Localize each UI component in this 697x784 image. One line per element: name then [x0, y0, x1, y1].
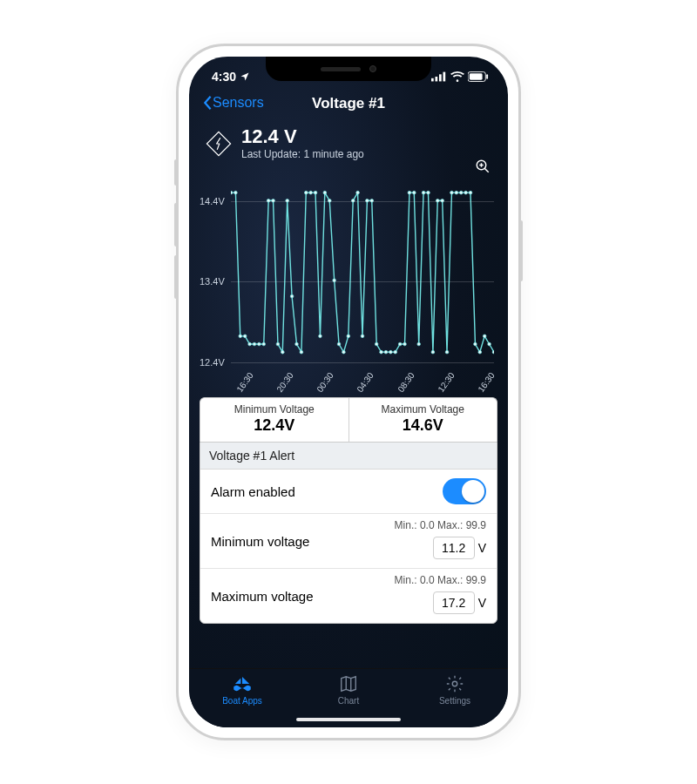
svg-point-49	[403, 342, 407, 346]
tab-boat-apps[interactable]: Boat Apps	[189, 674, 295, 727]
svg-point-51	[412, 192, 416, 195]
svg-point-54	[427, 192, 430, 195]
battery-icon	[468, 71, 489, 82]
cellular-icon	[431, 71, 447, 82]
svg-point-14	[239, 335, 242, 338]
svg-point-35	[337, 342, 341, 346]
svg-point-68	[492, 351, 494, 355]
minmax-card: Minimum Voltage 12.4V Maximum Voltage 14…	[200, 397, 497, 442]
svg-point-47	[394, 351, 397, 355]
last-update: Last Update: 1 minute ago	[241, 148, 364, 160]
nav-bar: Sensors Voltage #1	[189, 88, 508, 119]
alert-header: Voltage #1 Alert	[200, 443, 497, 470]
svg-point-15	[243, 335, 247, 338]
tab-label: Chart	[338, 696, 359, 706]
svg-point-37	[347, 335, 350, 338]
side-button	[174, 159, 178, 186]
notch	[266, 57, 431, 81]
svg-point-27	[300, 351, 303, 355]
max-voltage-cell: Maximum Voltage 14.6V	[349, 398, 497, 442]
location-icon	[240, 71, 250, 82]
svg-point-22	[276, 342, 280, 346]
side-button	[174, 255, 178, 299]
svg-point-36	[342, 351, 346, 355]
back-button[interactable]: Sensors	[201, 95, 264, 111]
svg-point-53	[422, 192, 425, 195]
current-reading: 12.4 V Last Update: 1 minute ago	[189, 119, 508, 162]
svg-point-25	[290, 294, 294, 298]
svg-point-58	[445, 351, 449, 355]
svg-point-65	[478, 351, 482, 355]
svg-point-46	[389, 351, 393, 355]
svg-point-61	[459, 192, 463, 195]
max-voltage-row: Maximum voltage Min.: 0.0 Max.: 99.9 V	[200, 569, 497, 623]
line-chart	[231, 185, 494, 360]
unit-label: V	[478, 541, 486, 555]
side-button	[519, 220, 523, 281]
gear-icon	[445, 674, 464, 693]
svg-rect-5	[470, 73, 483, 79]
min-voltage-input[interactable]	[433, 537, 475, 559]
min-voltage-value: 12.4V	[200, 416, 348, 435]
svg-rect-6	[486, 74, 488, 79]
range-hint: Min.: 0.0 Max.: 99.9	[395, 574, 486, 586]
svg-point-63	[469, 192, 472, 195]
svg-point-44	[380, 351, 383, 355]
svg-point-16	[248, 342, 252, 346]
svg-point-32	[323, 192, 327, 195]
svg-point-59	[450, 192, 454, 195]
status-time: 4:30	[212, 70, 236, 84]
wifi-icon	[450, 71, 464, 82]
tab-bar: Boat Apps Chart Settings	[189, 668, 508, 727]
chart-plot[interactable]: 14.4V13.4V12.4V	[231, 185, 494, 362]
zoom-button[interactable]	[475, 159, 491, 178]
svg-point-17	[253, 342, 256, 346]
svg-point-60	[455, 192, 458, 195]
svg-line-9	[484, 168, 489, 172]
tab-label: Settings	[439, 696, 470, 706]
max-voltage-row-label: Maximum voltage	[211, 589, 433, 604]
min-voltage-label: Minimum Voltage	[200, 403, 348, 416]
svg-point-40	[361, 335, 364, 338]
svg-point-30	[314, 192, 317, 195]
chevron-left-icon	[201, 95, 213, 111]
back-label: Sensors	[213, 95, 264, 111]
min-voltage-row: Minimum voltage Min.: 0.0 Max.: 99.9 V	[200, 514, 497, 569]
range-hint: Min.: 0.0 Max.: 99.9	[395, 519, 486, 531]
screen: 4:30 Sensors Voltage #1 12.	[189, 57, 508, 727]
chart-area: 14.4V13.4V12.4V 16:3020:3000:3004:3008:3…	[196, 164, 501, 392]
x-axis-labels: 16:3020:3000:3004:3008:3012:3016:30	[231, 366, 494, 392]
svg-rect-3	[443, 72, 446, 82]
svg-rect-0	[431, 78, 434, 82]
max-voltage-value: 14.6V	[349, 416, 497, 435]
voltage-icon	[205, 130, 233, 158]
svg-point-52	[417, 342, 421, 346]
svg-point-55	[431, 351, 435, 355]
unit-label: V	[478, 596, 486, 610]
svg-point-18	[258, 342, 261, 346]
svg-point-12	[231, 192, 233, 195]
svg-point-66	[483, 335, 486, 338]
alarm-toggle[interactable]	[443, 478, 486, 504]
svg-point-71	[452, 681, 457, 686]
svg-point-26	[295, 342, 299, 346]
svg-rect-2	[439, 74, 442, 81]
boat-icon	[231, 674, 254, 693]
tab-label: Boat Apps	[222, 696, 262, 706]
min-voltage-cell: Minimum Voltage 12.4V	[200, 398, 349, 442]
page-title: Voltage #1	[312, 95, 385, 112]
svg-point-64	[474, 342, 477, 346]
side-button	[174, 203, 178, 247]
min-voltage-row-label: Minimum voltage	[211, 534, 433, 549]
home-indicator[interactable]	[296, 718, 401, 721]
svg-point-50	[408, 192, 411, 195]
max-voltage-label: Maximum Voltage	[349, 403, 497, 416]
alarm-enabled-label: Alarm enabled	[211, 484, 443, 499]
svg-point-23	[281, 351, 285, 355]
svg-point-62	[464, 192, 468, 195]
svg-point-31	[319, 335, 322, 338]
max-voltage-input[interactable]	[433, 591, 475, 614]
tab-settings[interactable]: Settings	[402, 674, 508, 727]
phone-frame: 4:30 Sensors Voltage #1 12.	[176, 44, 521, 740]
svg-point-67	[488, 342, 491, 346]
